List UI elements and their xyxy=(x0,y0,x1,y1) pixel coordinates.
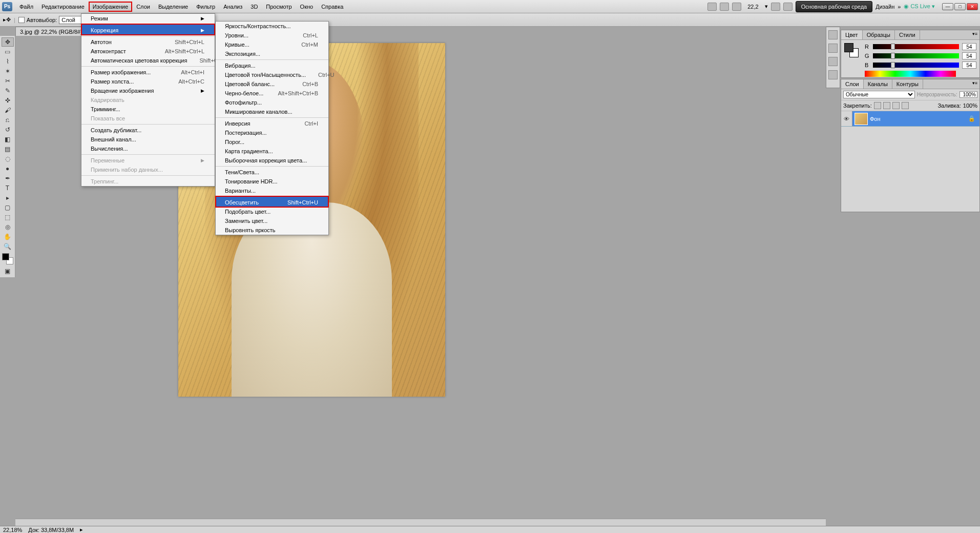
color-swatches[interactable] xyxy=(2,253,13,264)
launch-bridge-icon[interactable] xyxy=(707,3,717,11)
close-icon[interactable]: ✕ xyxy=(967,3,978,10)
fill-input[interactable]: 100% xyxy=(963,102,977,109)
tab-color[interactable]: Цвет xyxy=(841,30,863,39)
menu-item-подобрать-цвет-[interactable]: Подобрать цвет... xyxy=(216,207,328,216)
lock-position-icon[interactable] xyxy=(892,102,900,109)
horizontal-scrollbar[interactable] xyxy=(15,519,826,526)
workspace-main-button[interactable]: Основная рабочая среда xyxy=(796,1,873,12)
layer-visibility-icon[interactable]: 👁 xyxy=(841,111,852,126)
arrange-icon[interactable] xyxy=(771,3,780,11)
eraser-tool[interactable]: ◧ xyxy=(2,135,14,144)
menu-item-микширование-каналов-[interactable]: Микширование каналов... xyxy=(216,107,328,116)
menu-item-черно-белое-[interactable]: Черно-белое...Alt+Shift+Ctrl+B xyxy=(216,89,328,98)
menu-item-кривые-[interactable]: Кривые...Ctrl+M xyxy=(216,40,328,49)
quick-select-tool[interactable]: ✶ xyxy=(2,67,14,76)
lock-pixels-icon[interactable] xyxy=(883,102,890,109)
menu-item-постеризация-[interactable]: Постеризация... xyxy=(216,128,328,137)
menu-item-варианты-[interactable]: Варианты... xyxy=(216,186,328,195)
menu-edit[interactable]: Редактирование xyxy=(37,2,89,12)
menu-item-коррекция[interactable]: Коррекция▶ xyxy=(81,24,215,35)
menu-item-вычисления-[interactable]: Вычисления... xyxy=(81,144,215,153)
properties-panel-icon[interactable] xyxy=(828,44,838,53)
menu-item-выборочная-коррекция-цвета-[interactable]: Выборочная коррекция цвета... xyxy=(216,156,328,165)
layers-panel-menu-icon[interactable]: ▾≡ xyxy=(972,80,977,86)
menu-view[interactable]: Просмотр xyxy=(262,2,296,12)
panel-color-swatch[interactable] xyxy=(844,43,859,57)
menu-item-фотофильтр-[interactable]: Фотофильтр... xyxy=(216,98,328,107)
text-tool[interactable]: T xyxy=(2,183,14,193)
3d-tool[interactable]: ⬚ xyxy=(2,213,14,222)
maximize-icon[interactable]: □ xyxy=(954,3,966,10)
screen-mode-icon[interactable] xyxy=(783,3,793,11)
menu-help[interactable]: Справка xyxy=(317,2,347,12)
menu-item-автотон[interactable]: АвтотонShift+Ctrl+L xyxy=(81,36,215,47)
healing-tool[interactable]: ✜ xyxy=(2,96,14,105)
status-zoom[interactable]: 22,18% xyxy=(3,527,22,533)
quick-mask-tool[interactable]: ▣ xyxy=(2,266,14,276)
layer-row[interactable]: 👁 Фон 🔒 xyxy=(841,111,979,127)
menu-item-внешний-канал-[interactable]: Внешний канал... xyxy=(81,135,215,144)
shape-tool[interactable]: ▢ xyxy=(2,203,14,212)
gradient-tool[interactable]: ▤ xyxy=(2,145,14,154)
menu-analysis[interactable]: Анализ xyxy=(219,2,246,12)
tab-channels[interactable]: Каналы xyxy=(864,79,892,89)
menu-item-тонирование-hdr-[interactable]: Тонирование HDR... xyxy=(216,177,328,186)
menu-layers[interactable]: Слои xyxy=(132,2,154,12)
tab-paths[interactable]: Контуры xyxy=(892,79,923,89)
blend-mode-select[interactable]: Обычные xyxy=(843,91,915,98)
brush-tool[interactable]: 🖌 xyxy=(2,106,14,115)
layer-name[interactable]: Фон xyxy=(870,116,881,122)
lock-all-icon[interactable] xyxy=(902,102,909,109)
pen-tool[interactable]: ✒ xyxy=(2,174,14,183)
tab-swatches[interactable]: Образцы xyxy=(863,30,895,39)
r-slider[interactable] xyxy=(873,44,959,49)
menu-item-заменить-цвет-[interactable]: Заменить цвет... xyxy=(216,216,328,225)
b-slider[interactable] xyxy=(873,63,959,68)
status-doc-size[interactable]: Док: 33,8M/33,8M xyxy=(28,527,74,533)
layer-thumbnail[interactable] xyxy=(854,113,868,125)
minimize-icon[interactable]: — xyxy=(942,3,953,10)
zoom-value[interactable]: 22,2 xyxy=(744,4,761,10)
blur-tool[interactable]: ◌ xyxy=(2,154,14,163)
lock-transparent-icon[interactable] xyxy=(874,102,881,109)
menu-item-тени-света-[interactable]: Тени/Света... xyxy=(216,166,328,177)
lasso-tool[interactable]: ⌇ xyxy=(2,57,14,66)
workspace-more-icon[interactable]: » xyxy=(898,4,901,10)
workspace-design-button[interactable]: Дизайн xyxy=(875,4,894,10)
marquee-tool[interactable]: ▭ xyxy=(2,47,14,56)
menu-image[interactable]: Изображение xyxy=(89,2,132,12)
opacity-input[interactable]: 100% xyxy=(960,91,977,98)
menu-item-размер-изображения-[interactable]: Размер изображения...Alt+Ctrl+I xyxy=(81,66,215,77)
paragraph-panel-icon[interactable] xyxy=(828,70,838,79)
spectrum-bar[interactable] xyxy=(865,71,956,77)
character-panel-icon[interactable] xyxy=(828,57,838,66)
menu-item-вращение-изображения[interactable]: Вращение изображения▶ xyxy=(81,86,215,95)
menu-item-цветовой-баланс-[interactable]: Цветовой баланс...Ctrl+B xyxy=(216,79,328,89)
tab-layers[interactable]: Слои xyxy=(841,79,864,89)
menu-item-вибрация-[interactable]: Вибрация... xyxy=(216,59,328,70)
menu-item-цветовой-тон-насыщенность-[interactable]: Цветовой тон/Насыщенность...Ctrl+U xyxy=(216,70,328,79)
3d-camera-tool[interactable]: ◎ xyxy=(2,222,14,232)
g-input[interactable] xyxy=(962,52,976,59)
history-panel-icon[interactable] xyxy=(828,30,838,39)
menu-file[interactable]: Файл xyxy=(15,2,37,12)
menu-item-автоматическая-цветовая-коррекция[interactable]: Автоматическая цветовая коррекцияShift+C… xyxy=(81,56,215,65)
g-slider[interactable] xyxy=(873,53,959,58)
path-select-tool[interactable]: ▸ xyxy=(2,193,14,202)
menu-item-размер-холста-[interactable]: Размер холста...Alt+Ctrl+C xyxy=(81,77,215,86)
move-tool[interactable]: ✥ xyxy=(2,37,14,47)
menu-item-уровни-[interactable]: Уровни...Ctrl+L xyxy=(216,31,328,40)
view-extras-icon[interactable] xyxy=(732,3,741,11)
menu-item-обесцветить[interactable]: ОбесцветитьShift+Ctrl+U xyxy=(216,196,328,207)
menu-item-яркость-контрастность-[interactable]: Яркость/Контрастность... xyxy=(216,22,328,31)
menu-item-экспозиция-[interactable]: Экспозиция... xyxy=(216,49,328,58)
menu-item-режим[interactable]: Режим▶ xyxy=(81,14,215,23)
menu-window[interactable]: Окно xyxy=(296,2,318,12)
menu-item-карта-градиента-[interactable]: Карта градиента... xyxy=(216,147,328,156)
menu-select[interactable]: Выделение xyxy=(154,2,192,12)
hand-tool[interactable]: ✋ xyxy=(2,232,14,241)
menu-item-инверсия[interactable]: ИнверсияCtrl+I xyxy=(216,117,328,128)
auto-select-checkbox[interactable] xyxy=(18,17,25,23)
menu-item-выровнять-яркость[interactable]: Выровнять яркость xyxy=(216,225,328,235)
dodge-tool[interactable]: ● xyxy=(2,164,14,173)
